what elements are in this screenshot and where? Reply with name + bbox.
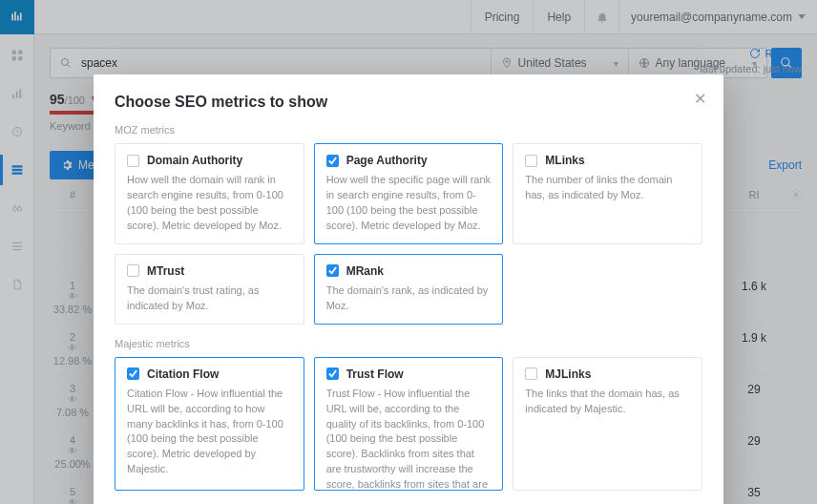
checkbox[interactable] xyxy=(326,155,339,167)
section-moz: MOZ metrics xyxy=(115,124,702,136)
checkbox[interactable] xyxy=(127,368,139,380)
checkbox[interactable] xyxy=(525,155,537,167)
close-button[interactable]: ✕ xyxy=(694,90,706,108)
check-icon xyxy=(328,157,337,165)
check-icon xyxy=(129,369,137,378)
check-icon xyxy=(328,369,337,378)
checkbox[interactable] xyxy=(127,264,139,277)
checkbox[interactable] xyxy=(326,264,339,277)
checkbox[interactable] xyxy=(326,368,339,380)
checkbox[interactable] xyxy=(127,155,139,167)
check-icon xyxy=(328,266,337,275)
metrics-modal: Choose SEO metrics to show ✕ MOZ metrics… xyxy=(94,74,723,504)
metric-card-domain-authority[interactable]: Domain Authority How well the domain wil… xyxy=(115,143,304,244)
metric-card-citation-flow[interactable]: Citation Flow Citation Flow - How influe… xyxy=(115,357,304,491)
metric-card-mrank[interactable]: MRank The domain's rank, as indicated by… xyxy=(314,254,504,325)
modal-backdrop[interactable]: Choose SEO metrics to show ✕ MOZ metrics… xyxy=(0,0,817,504)
checkbox[interactable] xyxy=(525,368,537,380)
metric-card-page-authority[interactable]: Page Authority How well the specific pag… xyxy=(314,143,504,244)
metric-card-mlinks[interactable]: MLinks The number of links the domain ha… xyxy=(513,143,702,244)
metric-card-mjlinks[interactable]: MJLinks The links that the domain has, a… xyxy=(513,357,702,491)
metric-card-trust-flow[interactable]: Trust Flow Trust Flow - How influential … xyxy=(314,357,504,491)
metric-card-mtrust[interactable]: MTrust The domain's trust rating, as ind… xyxy=(115,254,304,325)
section-majestic: Majestic metrics xyxy=(115,338,702,349)
modal-title: Choose SEO metrics to show xyxy=(115,94,702,111)
